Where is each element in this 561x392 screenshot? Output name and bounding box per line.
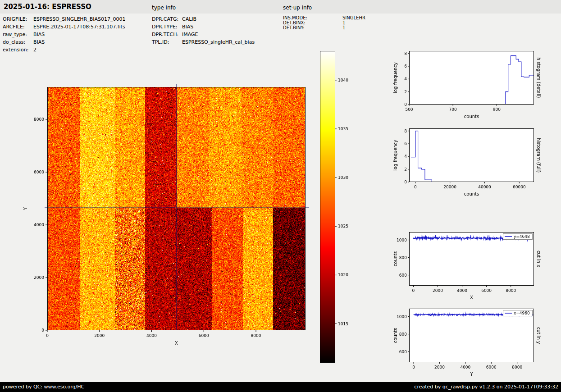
row-det-binx: DET.BINX:1 [283,20,365,25]
row-dpr-tech: DPR.TECH:IMAGE [152,31,255,38]
setup-info-heading: set-up info [283,5,312,11]
type-info-block: DPR.CATG:CALIB DPR.TYPE:BIAS DPR.TECH:IM… [152,15,255,46]
field-value: IMAGE [182,32,198,37]
field-label: DET.BINX: [283,20,342,25]
qc-report-page: 2025-01-16: ESPRESSO type info set-up in… [0,0,561,392]
field-value: ESPRESSO_SINGLEHR_BIAS017_0001 [33,16,126,22]
field-label: DPR.TECH: [152,31,182,38]
setup-info-block: INS.MODE:SINGLEHR DET.BINX:1 DET.BINY:1 [283,15,365,30]
footer-bar: powered by QC: www.eso.org/HC created by… [0,382,561,392]
cut-in-x-plot [392,228,541,303]
field-value: 1 [342,25,345,30]
row-do-class: do_class:BIAS [3,38,126,46]
field-label: extension: [3,46,33,54]
field-value: ESPRESSO_singleHR_cal_bias [182,39,255,45]
field-label: DET.BINY: [283,25,342,30]
histogram-full-plot [392,125,541,199]
row-dpr-type: DPR.TYPE:BIAS [152,23,255,31]
field-value: BIAS [182,24,193,30]
bias-image-heatmap [18,81,315,351]
field-label: ORIGFILE: [3,15,33,23]
field-label: do_class: [3,38,33,46]
row-origfile: ORIGFILE:ESPRESSO_SINGLEHR_BIAS017_0001 [3,15,126,23]
footer-left: powered by QC: www.eso.org/HC [3,382,84,392]
page-title: 2025-01-16: ESPRESSO [4,3,91,11]
field-value: ESPRE.2025-01-17T08:57:31.107.fits [33,24,125,30]
histogram-detail-plot [392,47,541,122]
row-tpl-id: TPL.ID:ESPRESSO_singleHR_cal_bias [152,38,255,46]
field-value: BIAS [33,39,45,45]
row-extension: extension:2 [3,46,126,54]
field-label: DPR.CATG: [152,15,182,23]
row-arcfile: ARCFILE:ESPRE.2025-01-17T08:57:31.107.fi… [3,23,126,31]
row-ins-mode: INS.MODE:SINGLEHR [283,15,365,20]
colorbar [315,47,349,367]
type-info-heading: type info [152,5,176,11]
header-bar: 2025-01-16: ESPRESSO type info set-up in… [0,0,561,14]
row-raw-type: raw_type:BIAS [3,31,126,38]
file-info-block: ORIGFILE:ESPRESSO_SINGLEHR_BIAS017_0001 … [3,15,126,54]
field-value: SINGLEHR [342,15,365,20]
footer-right: created by qc_rawdisp.py v1.2.3 on 2025-… [414,382,558,392]
field-value: 2 [33,47,36,53]
field-value: CALIB [182,16,196,22]
row-dpr-catg: DPR.CATG:CALIB [152,15,255,23]
field-label: INS.MODE: [283,15,342,20]
row-det-biny: DET.BINY:1 [283,25,365,30]
field-label: TPL.ID: [152,38,182,46]
field-label: ARCFILE: [3,23,33,31]
field-label: DPR.TYPE: [152,23,182,31]
field-value: BIAS [33,32,45,37]
cut-in-y-plot [392,305,541,379]
field-label: raw_type: [3,31,33,38]
field-value: 1 [342,20,345,25]
